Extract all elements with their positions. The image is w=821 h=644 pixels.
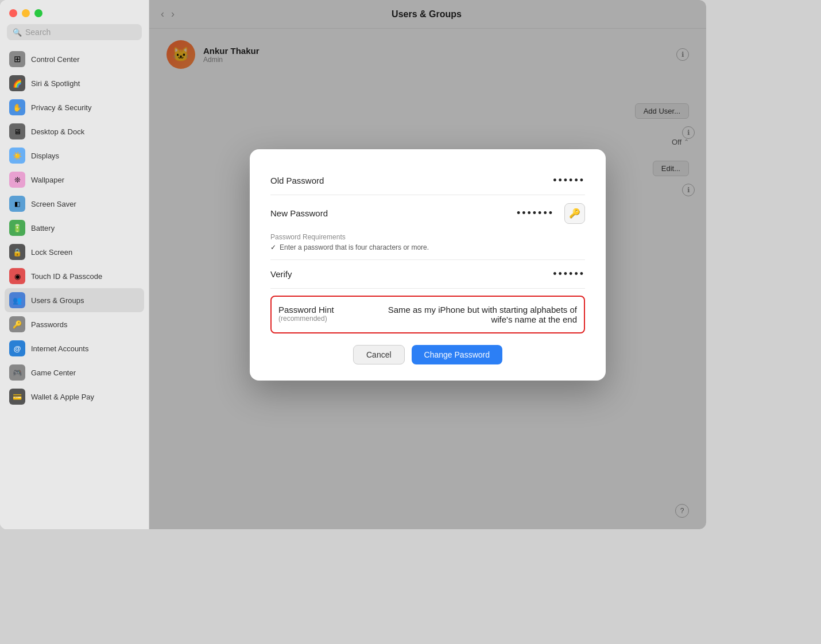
sidebar-item-screensaver[interactable]: ◧ Screen Saver bbox=[5, 192, 144, 216]
sidebar-item-label: Displays bbox=[31, 152, 59, 160]
maximize-button[interactable] bbox=[34, 9, 42, 17]
checkmark-icon: ✓ bbox=[270, 243, 276, 251]
siri-icon: 🌈 bbox=[9, 75, 25, 91]
search-icon: 🔍 bbox=[13, 28, 22, 37]
verify-field: Verify •••••• bbox=[270, 260, 585, 289]
sidebar-item-internet[interactable]: @ Internet Accounts bbox=[5, 336, 144, 360]
sidebar-item-label: Passwords bbox=[31, 320, 68, 329]
req-text: Enter a password that is four characters… bbox=[280, 243, 429, 251]
hint-label: Password Hint bbox=[278, 305, 370, 315]
sidebar-item-wallpaper[interactable]: ❊ Wallpaper bbox=[5, 168, 144, 192]
wallpaper-icon: ❊ bbox=[9, 172, 25, 188]
displays-icon: ☀️ bbox=[9, 148, 25, 164]
verify-value: •••••• bbox=[553, 268, 585, 280]
screensaver-icon: ◧ bbox=[9, 196, 25, 212]
search-bar[interactable]: 🔍 Search bbox=[7, 24, 142, 40]
sidebar-item-wallet[interactable]: 💳 Wallet & Apple Pay bbox=[5, 385, 144, 409]
old-password-field: Old Password •••••• bbox=[270, 166, 585, 195]
verify-label: Verify bbox=[270, 269, 292, 279]
sidebar-item-label: Users & Groups bbox=[31, 296, 84, 305]
password-requirements: Password Requirements ✓ Enter a password… bbox=[270, 227, 585, 260]
change-password-button[interactable]: Change Password bbox=[412, 345, 502, 364]
sidebar-item-label: Control Center bbox=[31, 55, 80, 64]
hint-sublabel: (recommended) bbox=[278, 315, 370, 323]
sidebar-item-label: Privacy & Security bbox=[31, 103, 91, 112]
privacy-icon: ✋ bbox=[9, 99, 25, 115]
passwords-icon: 🔑 bbox=[9, 316, 25, 332]
req-item: ✓ Enter a password that is four characte… bbox=[270, 243, 585, 251]
sidebar-item-touchid[interactable]: ◉ Touch ID & Passcode bbox=[5, 264, 144, 288]
sidebar-item-desktop[interactable]: 🖥 Desktop & Dock bbox=[5, 119, 144, 143]
main-content: ‹ › Users & Groups 🐱 Ankur Thakur Admin … bbox=[149, 0, 706, 529]
sidebar-item-label: Siri & Spotlight bbox=[31, 79, 80, 88]
password-key-button[interactable]: 🔑 bbox=[564, 203, 585, 224]
hint-label-block: Password Hint (recommended) bbox=[278, 305, 370, 323]
sidebar: 🔍 Search ⊞ Control Center 🌈 Siri & Spotl… bbox=[0, 0, 149, 529]
search-placeholder: Search bbox=[25, 28, 51, 37]
sidebar-item-label: Touch ID & Passcode bbox=[31, 272, 102, 281]
window-controls bbox=[0, 0, 149, 24]
new-password-value: ••••••• bbox=[517, 207, 554, 219]
sidebar-item-label: Game Center bbox=[31, 368, 76, 377]
old-password-label: Old Password bbox=[270, 176, 324, 185]
minimize-button[interactable] bbox=[22, 9, 30, 17]
sidebar-item-label: Screen Saver bbox=[31, 200, 76, 208]
users-icon: 👥 bbox=[9, 292, 25, 308]
sidebar-item-label: Lock Screen bbox=[31, 248, 72, 257]
touchid-icon: ◉ bbox=[9, 268, 25, 284]
sidebar-item-lockscreen[interactable]: 🔒 Lock Screen bbox=[5, 240, 144, 264]
req-title: Password Requirements bbox=[270, 233, 585, 241]
hint-value: Same as my iPhone but with starting alph… bbox=[382, 305, 577, 324]
modal-buttons: Cancel Change Password bbox=[270, 345, 585, 364]
battery-icon: 🔋 bbox=[9, 220, 25, 236]
desktop-icon: 🖥 bbox=[9, 123, 25, 139]
sidebar-items-list: ⊞ Control Center 🌈 Siri & Spotlight ✋ Pr… bbox=[0, 47, 149, 529]
old-password-value: •••••• bbox=[553, 174, 585, 187]
main-window: 🔍 Search ⊞ Control Center 🌈 Siri & Spotl… bbox=[0, 0, 706, 529]
sidebar-item-label: Battery bbox=[31, 224, 55, 232]
change-password-modal: Old Password •••••• New Password •••••••… bbox=[250, 149, 606, 381]
new-password-field: New Password ••••••• 🔑 bbox=[270, 195, 585, 227]
sidebar-item-siri[interactable]: 🌈 Siri & Spotlight bbox=[5, 71, 144, 95]
control-center-icon: ⊞ bbox=[9, 51, 25, 67]
sidebar-item-label: Wallpaper bbox=[31, 176, 64, 184]
password-hint-row[interactable]: Password Hint (recommended) Same as my i… bbox=[270, 296, 585, 333]
modal-overlay: Old Password •••••• New Password •••••••… bbox=[149, 0, 706, 529]
close-button[interactable] bbox=[9, 9, 17, 17]
sidebar-item-label: Internet Accounts bbox=[31, 344, 88, 353]
wallet-icon: 💳 bbox=[9, 389, 25, 405]
lockscreen-icon: 🔒 bbox=[9, 244, 25, 260]
sidebar-item-battery[interactable]: 🔋 Battery bbox=[5, 216, 144, 240]
sidebar-item-control-center[interactable]: ⊞ Control Center bbox=[5, 47, 144, 71]
sidebar-item-passwords[interactable]: 🔑 Passwords bbox=[5, 312, 144, 336]
cancel-button[interactable]: Cancel bbox=[353, 345, 405, 364]
sidebar-item-label: Wallet & Apple Pay bbox=[31, 393, 94, 401]
gamecenter-icon: 🎮 bbox=[9, 364, 25, 381]
sidebar-item-label: Desktop & Dock bbox=[31, 127, 84, 136]
new-password-label: New Password bbox=[270, 208, 328, 218]
sidebar-item-privacy[interactable]: ✋ Privacy & Security bbox=[5, 95, 144, 119]
sidebar-item-users[interactable]: 👥 Users & Groups bbox=[5, 288, 144, 312]
internet-icon: @ bbox=[9, 340, 25, 356]
sidebar-item-gamecenter[interactable]: 🎮 Game Center bbox=[5, 360, 144, 385]
sidebar-item-displays[interactable]: ☀️ Displays bbox=[5, 143, 144, 168]
